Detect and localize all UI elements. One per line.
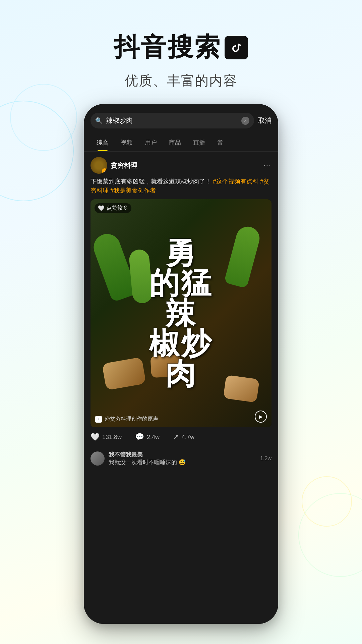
post-description: 下饭菜到底有多凶猛，就看这道辣椒炒肉了！ #这个视频有点料 #贫穷料理 #我是美… <box>90 177 272 195</box>
tab-视频[interactable]: 视频 <box>115 134 139 151</box>
tiktok-logo-icon <box>225 36 248 59</box>
header-title-row: 抖音搜索 <box>0 30 362 65</box>
search-query: 辣椒炒肉 <box>106 116 238 125</box>
commenter-name: 我不管我最美 <box>109 451 186 459</box>
post-container: ✓ 贫穷料理 ··· 下饭菜到底有多凶猛，就看这道辣椒炒肉了！ #这个视频有点料… <box>84 152 278 427</box>
post-desc-text: 下饭菜到底有多凶猛，就看这道辣椒炒肉了！ <box>90 178 211 185</box>
like-count-item[interactable]: 🤍 131.8w <box>90 433 122 441</box>
tab-综合[interactable]: 综合 <box>90 134 115 151</box>
engagement-row: 🤍 131.8w 💬 2.4w ↗ 4.7w <box>84 427 278 447</box>
comment-content: 我不管我最美 我就没一次看时不咽唾沫的 😅 <box>109 451 186 466</box>
tiktok-small-icon: ♪ <box>95 416 102 423</box>
share-icon: ↗ <box>173 433 179 441</box>
post-header: ✓ 贫穷料理 ··· <box>90 157 272 174</box>
video-thumbnail[interactable]: 🤍 点赞较多 勇的猛辣椒炒肉 ♪ @贫穷料理创作的原声 <box>90 199 272 427</box>
comment-count: 2.4w <box>147 434 160 441</box>
verified-badge: ✓ <box>102 168 107 174</box>
tabs-row: 综合 视频 用户 商品 直播 音 <box>84 134 278 152</box>
search-input-box[interactable]: 🔍 辣椒炒肉 × <box>90 113 254 128</box>
search-bar: 🔍 辣椒炒肉 × 取消 <box>84 107 278 134</box>
clear-icon: × <box>244 118 247 123</box>
comment-count-item[interactable]: 💬 2.4w <box>135 433 160 441</box>
tab-用户[interactable]: 用户 <box>139 134 163 151</box>
share-count-item[interactable]: ↗ 4.7w <box>173 433 194 441</box>
play-button[interactable]: ▶ <box>255 411 267 423</box>
tab-音[interactable]: 音 <box>211 134 229 151</box>
post-user: ✓ 贫穷料理 <box>90 157 137 174</box>
video-big-text: 勇的猛辣椒炒肉 <box>149 238 213 389</box>
phone-screen: 🔍 辣椒炒肉 × 取消 综合 视频 用户 <box>84 104 278 624</box>
audio-line: ♪ @贫穷料理创作的原声 <box>95 416 158 423</box>
app-title: 抖音搜索 <box>114 30 221 65</box>
phone-frame: 🔍 辣椒炒肉 × 取消 综合 视频 用户 <box>84 104 278 624</box>
share-count: 4.7w <box>182 434 194 441</box>
more-button[interactable]: ··· <box>263 161 272 170</box>
tab-直播[interactable]: 直播 <box>187 134 211 151</box>
username[interactable]: 贫穷料理 <box>111 161 137 170</box>
like-icon: 🤍 <box>90 433 100 441</box>
cancel-button[interactable]: 取消 <box>258 116 272 125</box>
comment-preview: 我不管我最美 我就没一次看时不咽唾沫的 😅 1.2w <box>84 447 278 470</box>
search-clear-button[interactable]: × <box>241 117 249 125</box>
search-icon: 🔍 <box>95 117 103 124</box>
comment-likes: 1.2w <box>260 455 272 462</box>
video-text-overlay: 勇的猛辣椒炒肉 <box>90 199 272 427</box>
comment-icon: 💬 <box>135 433 144 441</box>
commenter-avatar <box>90 451 105 466</box>
like-count: 131.8w <box>102 434 122 441</box>
audio-text: @贫穷料理创作的原声 <box>105 416 158 423</box>
tab-商品[interactable]: 商品 <box>163 134 187 151</box>
comment-text: 我就没一次看时不咽唾沫的 😅 <box>109 459 186 466</box>
avatar: ✓ <box>90 157 107 174</box>
phone-mockup: 🔍 辣椒炒肉 × 取消 综合 视频 用户 <box>84 104 278 624</box>
